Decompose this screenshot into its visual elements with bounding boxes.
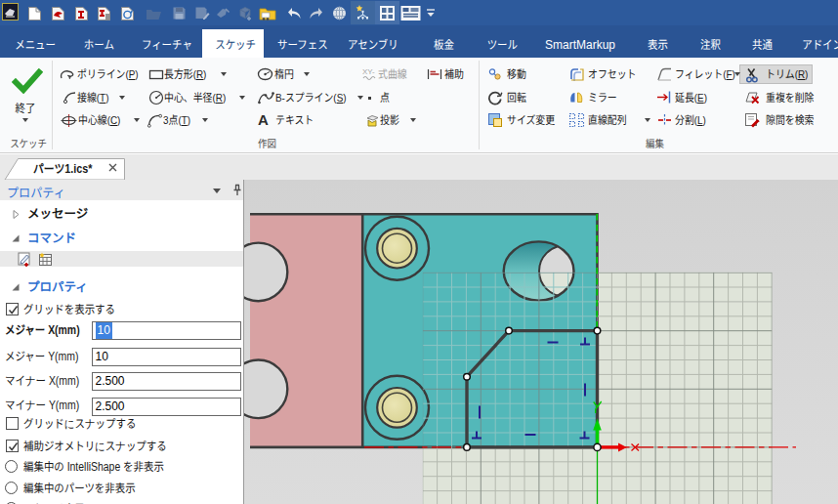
svg-text:XY-: XY-: [362, 67, 375, 76]
